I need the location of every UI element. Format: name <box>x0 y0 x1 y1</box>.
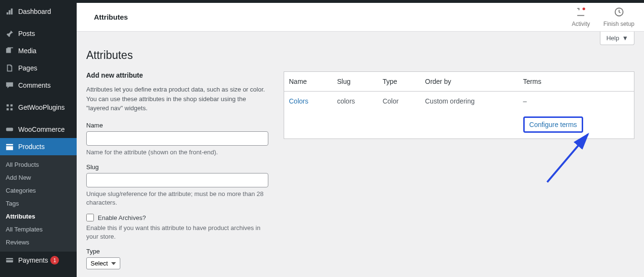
attr-terms: – <box>518 92 634 111</box>
svg-point-7 <box>583 8 586 11</box>
slug-desc: Unique slug/reference for the attribute;… <box>86 190 268 207</box>
finish-setup-button[interactable]: Finish setup <box>603 7 634 27</box>
help-tab[interactable]: Help ▼ <box>600 32 634 45</box>
sidebar-label: WooCommerce <box>18 126 65 133</box>
add-attribute-form: Add new attribute Attributes let you def… <box>86 71 268 276</box>
columns: Add new attribute Attributes let you def… <box>86 71 634 276</box>
archives-label: Enable Archives? <box>98 214 146 221</box>
type-select[interactable]: Select <box>86 257 120 269</box>
help-label: Help <box>606 35 619 42</box>
admin-sidebar: Dashboard Posts Media Pages Comments Get… <box>0 3 77 277</box>
payments-icon <box>5 255 14 265</box>
page-icon <box>5 63 14 73</box>
products-icon <box>5 142 14 151</box>
field-archives: Enable Archives? Enable this if you want… <box>86 214 268 241</box>
field-type: Type Select <box>86 248 268 269</box>
sidebar-item-media[interactable]: Media <box>0 42 77 59</box>
archives-checkbox[interactable] <box>86 214 94 221</box>
sidebar-label: GetWooPlugins <box>18 104 65 111</box>
pushpin-icon <box>5 29 14 38</box>
field-name: Name Name for the attribute (shown on th… <box>86 122 268 157</box>
attr-type: Color <box>378 92 420 111</box>
sidebar-item-products[interactable]: Products <box>0 138 77 155</box>
layout: Dashboard Posts Media Pages Comments Get… <box>0 3 644 277</box>
submenu-all-templates[interactable]: All Templates <box>0 223 77 236</box>
sidebar-item-posts[interactable]: Posts <box>0 25 77 42</box>
sidebar-item-pages[interactable]: Pages <box>0 59 77 77</box>
section-title: Add new attribute <box>86 71 268 79</box>
type-label: Type <box>86 248 268 255</box>
sidebar-label: Media <box>18 47 36 55</box>
form-intro: Attributes let you define extra product … <box>86 85 268 113</box>
dashboard-icon <box>5 7 14 16</box>
comment-icon <box>5 81 14 90</box>
table-header-row: Name Slug Type Order by Terms <box>284 72 634 92</box>
sidebar-label: Pages <box>18 64 37 72</box>
sidebar-item-payments[interactable]: Payments 1 <box>0 252 77 269</box>
attr-name-link[interactable]: Colors <box>289 97 308 105</box>
col-slug: Slug <box>332 72 378 92</box>
svg-rect-4 <box>6 127 13 131</box>
col-terms: Terms <box>518 72 634 92</box>
name-desc: Name for the attribute (shown on the fro… <box>86 148 268 157</box>
svg-rect-0 <box>7 104 9 107</box>
activity-label: Activity <box>572 21 590 27</box>
submenu-all-products[interactable]: All Products <box>0 158 77 171</box>
sidebar-item-getwooplugins[interactable]: GetWooPlugins <box>0 99 77 116</box>
submenu-tags[interactable]: Tags <box>0 197 77 210</box>
configure-terms-link[interactable]: Configure terms <box>523 116 584 133</box>
name-label: Name <box>86 122 268 129</box>
attr-order: Custom ordering <box>420 92 518 111</box>
body-area: Help ▼ Attributes Add new attribute Attr… <box>77 32 644 277</box>
sidebar-label: Products <box>18 143 45 150</box>
content: Attributes Activity Finish setup Help ▼ <box>77 3 644 277</box>
archives-desc: Enable this if you want this attribute t… <box>86 224 268 241</box>
sidebar-label: Payments <box>18 256 48 264</box>
sidebar-label: Comments <box>18 81 51 89</box>
payments-badge: 1 <box>50 256 59 265</box>
name-input[interactable] <box>86 131 268 146</box>
woo-icon <box>5 125 14 134</box>
products-submenu: All Products Add New Categories Tags Att… <box>0 155 77 252</box>
sidebar-item-woocommerce[interactable]: WooCommerce <box>0 121 77 138</box>
header-actions: Activity Finish setup <box>572 7 634 27</box>
col-name: Name <box>284 72 333 92</box>
clock-icon <box>614 7 624 19</box>
submenu-attributes[interactable]: Attributes <box>0 210 77 223</box>
sidebar-item-dashboard[interactable]: Dashboard <box>0 3 77 20</box>
finish-label: Finish setup <box>603 21 634 27</box>
slug-label: Slug <box>86 163 268 171</box>
plugin-icon <box>5 103 14 112</box>
page-title: Attributes <box>86 49 634 62</box>
sidebar-label: Posts <box>18 30 35 37</box>
submenu-add-new[interactable]: Add New <box>0 171 77 184</box>
sidebar-item-comments[interactable]: Comments <box>0 77 77 94</box>
submenu-reviews[interactable]: Reviews <box>0 236 77 249</box>
svg-rect-2 <box>7 108 9 111</box>
attr-slug: colors <box>332 92 378 111</box>
sidebar-label: Dashboard <box>18 8 51 15</box>
activity-button[interactable]: Activity <box>572 7 590 27</box>
caret-down-icon: ▼ <box>622 35 628 42</box>
table-row: Colors colors Color Custom ordering – <box>284 92 634 111</box>
svg-rect-3 <box>11 108 13 111</box>
submenu-categories[interactable]: Categories <box>0 184 77 197</box>
activity-icon <box>575 7 586 19</box>
svg-rect-1 <box>11 104 13 107</box>
slug-input[interactable] <box>86 173 268 187</box>
page-header: Attributes Activity Finish setup <box>77 3 644 32</box>
media-icon <box>5 46 14 56</box>
col-type: Type <box>378 72 420 92</box>
field-slug: Slug Unique slug/reference for the attri… <box>86 163 268 207</box>
table-row-actions: Configure terms <box>284 111 634 139</box>
page-header-title: Attributes <box>94 13 128 21</box>
attributes-table-wrap: Name Slug Type Order by Terms Colors col… <box>284 71 634 139</box>
help-tab-wrap: Help ▼ <box>86 32 644 45</box>
col-order: Order by <box>420 72 518 92</box>
attributes-table: Name Slug Type Order by Terms Colors col… <box>284 71 634 139</box>
svg-rect-6 <box>6 259 13 260</box>
